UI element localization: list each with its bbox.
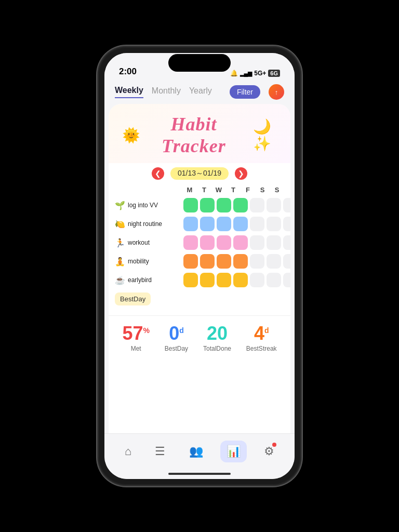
home-indicator — [104, 469, 295, 479]
share-button[interactable]: ↑ — [269, 84, 284, 100]
habit-icon-mobility: 🧘 — [115, 257, 125, 267]
nav-item-tracker[interactable]: 📊 — [220, 441, 247, 462]
cell-workout-s2[interactable] — [282, 234, 290, 251]
filter-button[interactable]: Filter — [230, 85, 260, 99]
prev-week-button[interactable]: ❮ — [152, 167, 164, 180]
phone-screen: 2:00 🔔 ▂▄▆ 5G+ 6G Weekly Monthly Yearly … — [104, 53, 295, 479]
nav-item-home[interactable]: ⌂ — [118, 441, 138, 462]
habit-name-mobility: mobility — [128, 258, 149, 265]
cell-workout-f[interactable] — [249, 234, 265, 251]
cell-earlybird-t1[interactable] — [199, 272, 216, 288]
cell-earlybird-t2[interactable] — [232, 272, 249, 288]
cell-night-t2[interactable] — [232, 216, 249, 232]
cell-workout-w[interactable] — [216, 234, 232, 251]
cell-login-w[interactable] — [216, 197, 232, 214]
habit-icon-night: 🍋 — [115, 219, 125, 229]
stat-met-label: Met — [131, 345, 141, 352]
bestday-row: BestDay — [115, 290, 284, 307]
habit-name-login: log into VV — [128, 202, 158, 209]
cell-mobility-s2[interactable] — [282, 253, 290, 270]
bestday-cell-s2 — [270, 298, 284, 300]
cell-mobility-s1[interactable] — [265, 253, 282, 270]
stat-beststreak: 4 d BestStreak — [246, 324, 277, 352]
cell-night-f[interactable] — [249, 216, 265, 232]
cell-mobility-w[interactable] — [216, 253, 232, 270]
moon-emoji: 🌙✨ — [247, 118, 277, 152]
habit-name-night: night routine — [128, 220, 162, 228]
cell-mobility-m[interactable] — [182, 253, 199, 270]
habit-label-login: 🌱 log into VV — [115, 201, 182, 210]
stat-totaldone-label: TotalDone — [203, 345, 231, 352]
cell-workout-t2[interactable] — [232, 234, 249, 251]
cell-workout-m[interactable] — [182, 234, 199, 251]
network-label: 5G+ — [254, 70, 266, 77]
battery-icon: 6G — [268, 70, 280, 77]
day-header-w: W — [211, 184, 226, 196]
cell-night-s2[interactable] — [282, 216, 290, 232]
cell-night-s1[interactable] — [265, 216, 282, 232]
settings-notification-dot — [272, 443, 276, 447]
nav-item-settings[interactable]: ⚙ — [258, 441, 281, 462]
home-bar — [168, 473, 231, 475]
cell-earlybird-w[interactable] — [216, 272, 232, 288]
cell-login-t2[interactable] — [232, 197, 249, 214]
habit-row-night: 🍋 night routine — [115, 216, 284, 232]
day-header-s1: S — [255, 184, 270, 196]
cell-earlybird-s2[interactable] — [282, 272, 290, 288]
dynamic-island — [168, 54, 231, 72]
habit-icon-login: 🌱 — [115, 201, 125, 210]
nav-item-list[interactable]: ☰ — [149, 441, 171, 462]
stat-beststreak-label: BestStreak — [246, 345, 277, 352]
cell-night-m[interactable] — [182, 216, 199, 232]
home-icon: ⌂ — [125, 445, 131, 458]
cell-login-m[interactable] — [182, 197, 199, 214]
day-header-m: M — [182, 184, 197, 196]
stat-met-value: 57 — [122, 324, 143, 343]
bestday-cell-s1 — [256, 298, 270, 300]
cell-earlybird-s1[interactable] — [265, 272, 282, 288]
group-icon: 👥 — [189, 445, 203, 458]
cell-workout-t1[interactable] — [199, 234, 216, 251]
cell-login-s1[interactable] — [265, 197, 282, 214]
cell-earlybird-m[interactable] — [182, 272, 199, 288]
cell-login-s2[interactable] — [282, 197, 290, 214]
status-time: 2:00 — [119, 66, 137, 77]
cell-login-t1[interactable] — [199, 197, 216, 214]
habit-icon-earlybird: ☕ — [115, 275, 125, 285]
cell-mobility-f[interactable] — [249, 253, 265, 270]
day-header-s2: S — [270, 184, 284, 196]
next-week-button[interactable]: ❯ — [235, 167, 247, 180]
stat-totaldone: 20 TotalDone — [203, 324, 231, 352]
tab-monthly[interactable]: Monthly — [152, 86, 181, 98]
cell-night-t1[interactable] — [199, 216, 216, 232]
bestday-cell-t2 — [228, 298, 242, 300]
habit-label-earlybird: ☕ earlybird — [115, 275, 182, 285]
stat-totaldone-value: 20 — [207, 324, 228, 343]
habit-label-workout: 🏃 workout — [115, 238, 182, 248]
cell-login-f[interactable] — [249, 197, 265, 214]
habit-row-workout: 🏃 workout — [115, 234, 284, 251]
cell-workout-s1[interactable] — [265, 234, 282, 251]
date-range: 01/13～01/19 — [170, 167, 229, 180]
list-icon: ☰ — [155, 445, 165, 458]
cell-night-w[interactable] — [216, 216, 232, 232]
stat-met: 57 % Met — [122, 324, 150, 352]
app-title: Habit Tracker — [147, 113, 241, 157]
habit-name-earlybird: earlybird — [128, 276, 152, 284]
nav-item-group[interactable]: 👥 — [183, 441, 209, 462]
bestday-cell-w — [213, 298, 227, 300]
bestday-cell-f — [242, 298, 256, 300]
cell-mobility-t1[interactable] — [199, 253, 216, 270]
bestday-cell-t1 — [199, 298, 213, 300]
day-header-t1: T — [197, 184, 211, 196]
stat-beststreak-value: 4 — [254, 324, 264, 343]
stat-bestday-value: 0 — [169, 324, 179, 343]
cell-mobility-t2[interactable] — [232, 253, 249, 270]
stats-section: 57 % Met 0 d BestDay 20 TotalDo — [109, 315, 290, 356]
status-icons: 🔔 ▂▄▆ 5G+ 6G — [230, 70, 281, 77]
tab-yearly[interactable]: Yearly — [189, 86, 212, 98]
cell-earlybird-f[interactable] — [249, 272, 265, 288]
habit-label-night: 🍋 night routine — [115, 219, 182, 229]
stat-bestday-unit: d — [179, 326, 184, 335]
tab-weekly[interactable]: Weekly — [115, 86, 143, 98]
